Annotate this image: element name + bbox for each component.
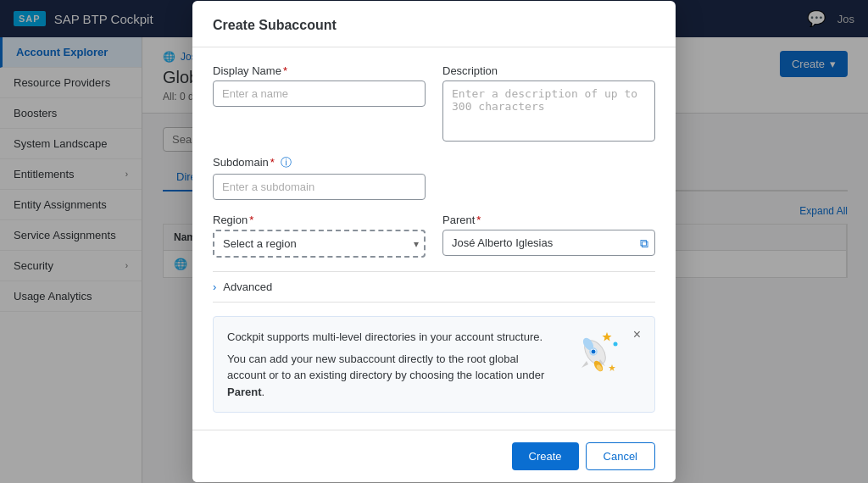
display-name-input[interactable] (213, 80, 426, 107)
region-select[interactable]: Select a region (213, 230, 426, 258)
external-link-icon[interactable]: ⧉ (640, 236, 648, 250)
subdomain-input[interactable] (213, 174, 426, 200)
modal-create-button[interactable]: Create (512, 442, 579, 470)
create-subaccount-modal: Create Subaccount Display Name* Descript… (192, 1, 676, 482)
description-textarea[interactable] (442, 80, 655, 142)
form-row-2: Subdomain* ⓘ (213, 155, 655, 200)
form-group-subdomain: Subdomain* ⓘ (213, 155, 426, 200)
form-group-parent: Parent* ⧉ (442, 214, 655, 258)
form-group-spacer (442, 155, 655, 200)
banner-bold: Parent (227, 386, 261, 398)
svg-point-5 (591, 350, 595, 354)
chevron-right-icon: › (213, 280, 216, 293)
svg-marker-7 (581, 361, 588, 368)
form-group-description: Description (442, 64, 655, 142)
region-select-wrapper: Select a region ▾ (213, 230, 426, 258)
banner-content: Cockpit supports multi-level directories… (227, 329, 552, 400)
modal-overlay: Create Subaccount Display Name* Descript… (0, 0, 868, 483)
required-asterisk: * (283, 64, 287, 77)
required-asterisk: * (476, 214, 481, 226)
banner-text-2: You can add your new subaccount directly… (227, 351, 552, 401)
modal-cancel-button[interactable]: Cancel (586, 442, 655, 470)
modal-body: Display Name* Description Subdomain* ⓘ (192, 47, 676, 430)
region-label: Region* (213, 214, 426, 226)
parent-label: Parent* (442, 214, 655, 226)
advanced-label: Advanced (223, 280, 272, 293)
parent-input-wrapper: ⧉ (442, 230, 655, 256)
description-label: Description (442, 64, 655, 77)
form-group-display-name: Display Name* (213, 64, 426, 142)
svg-marker-10 (609, 364, 615, 371)
modal-header: Create Subaccount (192, 1, 676, 47)
required-asterisk: * (270, 156, 275, 169)
display-name-label: Display Name* (213, 64, 426, 77)
form-row-3: Region* Select a region ▾ Parent* (213, 214, 655, 258)
modal-title: Create Subaccount (213, 18, 655, 33)
subdomain-label: Subdomain* ⓘ (213, 155, 426, 170)
svg-point-1 (613, 342, 617, 347)
banner-text-1: Cockpit supports multi-level directories… (227, 329, 552, 346)
svg-marker-0 (602, 332, 611, 341)
form-row-1: Display Name* Description (213, 64, 655, 142)
close-icon[interactable]: × (633, 327, 641, 342)
info-banner: Cockpit supports multi-level directories… (213, 316, 655, 413)
required-asterisk: * (249, 214, 253, 226)
modal-footer: Create Cancel (192, 430, 676, 482)
rocket-illustration (562, 329, 623, 380)
advanced-section[interactable]: › Advanced (213, 271, 655, 303)
info-icon[interactable]: ⓘ (281, 156, 292, 169)
parent-input[interactable] (442, 230, 655, 256)
form-group-region: Region* Select a region ▾ (213, 214, 426, 258)
